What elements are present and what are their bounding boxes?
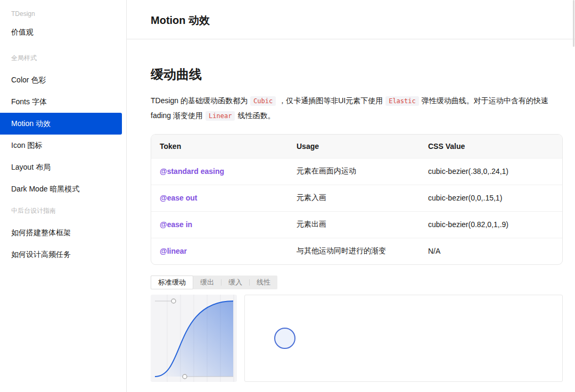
sidebar: TDesign 价值观 全局样式 Color 色彩 Fonts 字体 Motio… (0, 0, 127, 392)
usage-cell: 元素在画面内运动 (288, 158, 420, 185)
usage-cell: 元素出画 (288, 211, 420, 238)
page-header: Motion 动效 (127, 0, 575, 39)
code-cubic: Cubic (250, 96, 276, 106)
column-header-token: Token (151, 135, 288, 158)
usage-cell: 与其他运动同时进行的渐变 (288, 238, 420, 264)
tab-ease-in[interactable]: 缓入 (221, 276, 249, 289)
token-ease-out[interactable]: @ease out (160, 194, 197, 202)
intro-text-1: TDesign 的基础缓动函数都为 (151, 96, 248, 105)
sidebar-item-dark-mode[interactable]: Dark Mode 暗黑模式 (0, 178, 126, 200)
sidebar-group-admin-guide: 中后台设计指南 (0, 200, 126, 222)
intro-text-4: 线性函数。 (237, 111, 275, 120)
sidebar-group-global-styles: 全局样式 (0, 47, 126, 69)
code-elastic: Elastic (385, 96, 419, 106)
sidebar-item-values[interactable]: 价值观 (0, 21, 126, 43)
table-row: @ease in 元素出画 cubic-bezier(0.82,0,1,.9) (151, 211, 562, 238)
tab-standard-easing[interactable]: 标准缓动 (151, 276, 193, 289)
curve-handle-bottom[interactable] (183, 374, 187, 379)
animated-ball (274, 328, 295, 349)
sidebar-item-color[interactable]: Color 色彩 (0, 69, 126, 91)
easing-demo-tabs: 标准缓动 缓出 缓入 线性 (151, 276, 277, 289)
easing-tokens-table: Token Usage CSS Value @standard easing 元… (151, 134, 563, 265)
tab-ease-out[interactable]: 缓出 (193, 276, 221, 289)
bezier-curve-editor[interactable] (151, 295, 237, 382)
sidebar-item-motion[interactable]: Motion 动效 (0, 113, 122, 135)
column-header-usage: Usage (288, 135, 420, 158)
sidebar-item-layout[interactable]: Layout 布局 (0, 156, 126, 178)
bezier-curve-graph (151, 295, 237, 382)
animation-stage (244, 295, 563, 382)
css-value-cell: N/A (420, 238, 562, 264)
css-value-cell: cubic-bezier(0,0,.15,1) (420, 185, 562, 211)
table-row: @standard easing 元素在画面内运动 cubic-bezier(.… (151, 158, 562, 185)
table-row: @ease out 元素入画 cubic-bezier(0,0,.15,1) (151, 185, 562, 211)
token-standard-easing[interactable]: @standard easing (160, 167, 224, 176)
column-header-css-value: CSS Value (420, 135, 562, 158)
css-value-cell: cubic-bezier(.38,0,.24,1) (420, 158, 562, 185)
token-linear[interactable]: @linear (160, 247, 187, 255)
curve-handle-top[interactable] (171, 299, 176, 303)
sidebar-item-frequent-tasks[interactable]: 如何设计高频任务 (0, 244, 126, 265)
code-linear: Linear (206, 111, 235, 121)
usage-cell: 元素入画 (288, 185, 420, 211)
app-window: TDesign 价值观 全局样式 Color 色彩 Fonts 字体 Motio… (0, 0, 575, 392)
table-row: @linear 与其他运动同时进行的渐变 N/A (151, 238, 562, 264)
main-content: Motion 动效 缓动曲线 TDesign 的基础缓动函数都为Cubic，仅卡… (127, 0, 575, 392)
section-title-easing-curves: 缓动曲线 (151, 66, 551, 83)
content-area: 缓动曲线 TDesign 的基础缓动函数都为Cubic，仅卡通插图等非UI元素下… (127, 39, 575, 382)
intro-paragraph: TDesign 的基础缓动函数都为Cubic，仅卡通插图等非UI元素下使用Ela… (151, 94, 563, 123)
sidebar-item-icon[interactable]: Icon 图标 (0, 135, 126, 156)
easing-demo (151, 295, 563, 382)
sidebar-item-fonts[interactable]: Fonts 字体 (0, 91, 126, 113)
css-value-cell: cubic-bezier(0.82,0,1,.9) (420, 211, 562, 238)
tab-linear[interactable]: 线性 (250, 276, 277, 289)
table-header-row: Token Usage CSS Value (151, 135, 562, 158)
page-title: Motion 动效 (151, 13, 551, 28)
token-ease-in[interactable]: @ease in (160, 220, 192, 229)
logo-text[interactable]: TDesign (0, 6, 126, 21)
scrollbar-thumb[interactable] (573, 0, 574, 47)
intro-text-2: ，仅卡通插图等非UI元素下使用 (278, 96, 383, 105)
sidebar-item-build-framework[interactable]: 如何搭建整体框架 (0, 222, 126, 244)
